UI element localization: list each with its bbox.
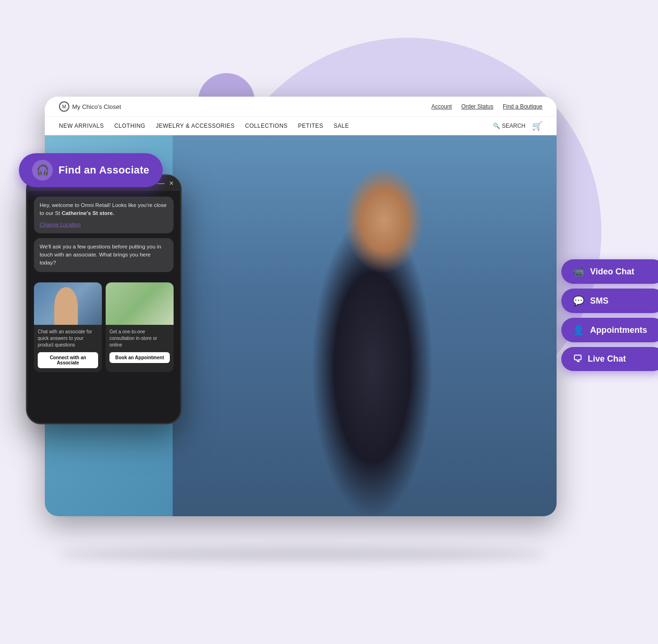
phone-frame: — × Hey, welcome to Omni Retail! Looks l… <box>26 174 182 424</box>
appointments-label: Appointments <box>590 325 647 335</box>
find-associate-badge[interactable]: 🎧 Find an Associate <box>19 153 163 187</box>
video-chat-label: Video Chat <box>590 267 634 277</box>
sms-button[interactable]: 💬 SMS <box>561 289 658 313</box>
message-1-text: Hey, welcome to Omni Retail! Looks like … <box>40 202 167 216</box>
video-chat-button[interactable]: 📹 Video Chat <box>561 259 658 284</box>
find-boutique-link[interactable]: Find a Boutique <box>503 103 542 110</box>
nav-sale[interactable]: SALE <box>333 123 349 129</box>
live-chat-button[interactable]: 🗨 Live Chat <box>561 347 658 371</box>
option-appointment-text: Get a one-to-one consultation in-store o… <box>106 325 174 350</box>
sms-icon: 💬 <box>573 295 584 306</box>
nav-collections[interactable]: COLLECTIONS <box>245 123 288 129</box>
book-appointment-button[interactable]: Book an Appointment <box>109 352 170 363</box>
video-chat-icon: 📹 <box>573 266 584 277</box>
nav-clothing[interactable]: CLOTHING <box>114 123 145 129</box>
phone-content: — × Hey, welcome to Omni Retail! Looks l… <box>27 176 180 423</box>
connect-associate-button[interactable]: Connect with an Associate <box>38 352 98 368</box>
phone-options: Chat with an associate for quick answers… <box>27 278 180 377</box>
search-label: SEARCH <box>502 123 525 129</box>
option-connect-image <box>34 282 102 325</box>
message-bubble-2: We'll ask you a few questions before put… <box>34 238 174 272</box>
nav-new-arrivals[interactable]: NEW ARRIVALS <box>59 123 104 129</box>
sms-label: SMS <box>590 296 608 306</box>
live-chat-icon: 🗨 <box>573 354 582 364</box>
website-nav: NEW ARRIVALS CLOTHING JEWELRY & ACCESSOR… <box>45 117 557 135</box>
option-appointment-image <box>106 282 174 325</box>
search-button[interactable]: 🔍 SEARCH <box>493 123 525 129</box>
nav-items: NEW ARRIVALS CLOTHING JEWELRY & ACCESSOR… <box>59 123 349 129</box>
header-links: Account Order Status Find a Boutique <box>432 103 542 110</box>
appointments-button[interactable]: 👤 Appointments <box>561 318 658 342</box>
message-bubble-1: Hey, welcome to Omni Retail! Looks like … <box>34 197 174 233</box>
website-header: M My Chico's Closet Account Order Status… <box>45 97 557 117</box>
change-location-link[interactable]: Change Location <box>40 221 168 229</box>
appointments-icon: 👤 <box>573 324 584 336</box>
website-logo: M My Chico's Closet <box>59 101 121 112</box>
action-buttons-panel: 📹 Video Chat 💬 SMS 👤 Appointments 🗨 Live… <box>561 259 658 371</box>
find-associate-label: Find an Associate <box>58 164 150 176</box>
woman-figure <box>173 135 557 516</box>
account-link[interactable]: Account <box>432 103 452 110</box>
phone-close-button[interactable]: × <box>169 180 174 187</box>
option-card-connect[interactable]: Chat with an associate for quick answers… <box>34 282 102 372</box>
phone-messages: Hey, welcome to Omni Retail! Looks like … <box>27 191 180 278</box>
nav-jewelry[interactable]: JEWELRY & ACCESSORIES <box>156 123 234 129</box>
tablet-shadow <box>57 547 547 561</box>
nav-right: 🔍 SEARCH 🛒 <box>493 121 542 131</box>
cart-icon[interactable]: 🛒 <box>532 121 542 131</box>
message-2-text: We'll ask you a few questions before put… <box>40 244 161 266</box>
associate-headset-icon: 🎧 <box>32 160 53 181</box>
nav-petites[interactable]: PETITES <box>298 123 324 129</box>
order-status-link[interactable]: Order Status <box>461 103 493 110</box>
option-connect-text: Chat with an associate for quick answers… <box>34 325 102 350</box>
hero-woman-image <box>173 135 557 516</box>
option-card-appointment[interactable]: Get a one-to-one consultation in-store o… <box>106 282 174 372</box>
logo-text: My Chico's Closet <box>72 103 121 110</box>
search-icon: 🔍 <box>493 123 500 129</box>
logo-icon: M <box>59 101 69 112</box>
live-chat-label: Live Chat <box>588 354 626 364</box>
